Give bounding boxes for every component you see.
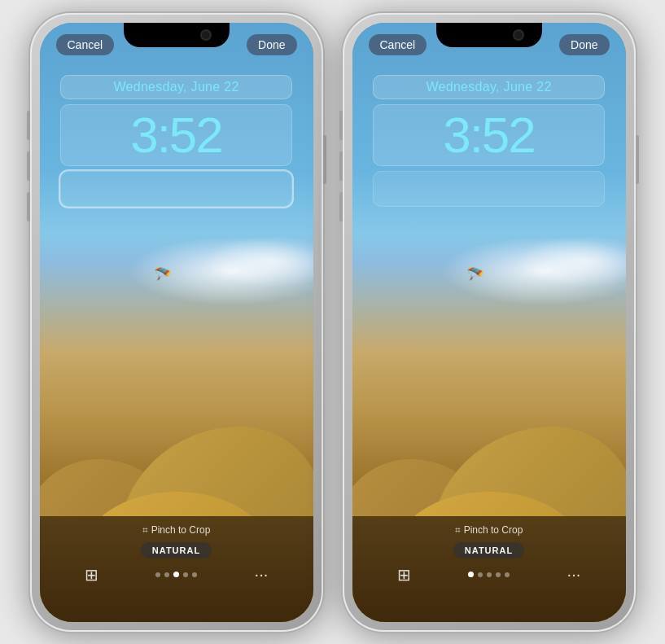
widget-pill-left[interactable] (60, 171, 293, 207)
dot-2-left (173, 572, 179, 577)
bottom-icons-right: ⊞ ··· (352, 565, 626, 585)
bottom-area-left: ⌗ Pinch to Crop NATURAL ⊞ ··· (40, 516, 313, 622)
date-pill-right: Wednesday, June 22 (373, 75, 606, 99)
cancel-button-left[interactable]: Cancel (56, 34, 115, 55)
natural-badge-right[interactable]: NATURAL (453, 542, 524, 559)
widget-pill-right[interactable] (373, 171, 606, 207)
lock-info-right: Wednesday, June 22 3:52 (352, 65, 626, 207)
more-icon-left[interactable]: ··· (255, 565, 269, 584)
dot-4-left (192, 572, 197, 577)
time-pill-left: 3:52 (60, 104, 293, 166)
crop-icon-right: ⌗ (455, 524, 461, 536)
dot-3-right (496, 572, 501, 577)
pinch-label-right: ⌗ Pinch to Crop (455, 524, 523, 536)
more-icon-right[interactable]: ··· (567, 565, 581, 584)
notch-left (124, 23, 230, 47)
gallery-icon-left[interactable]: ⊞ (85, 565, 98, 585)
bottom-icons-left: ⊞ ··· (40, 565, 313, 585)
dot-0-right (468, 572, 474, 577)
date-text-left: Wednesday, June 22 (113, 80, 238, 94)
date-text-right: Wednesday, June 22 (426, 80, 551, 94)
dot-3-left (183, 572, 188, 577)
date-pill-left: Wednesday, June 22 (60, 75, 293, 99)
dot-1-left (164, 572, 169, 577)
dot-indicators-left (155, 572, 197, 577)
dot-indicators-right (468, 572, 510, 577)
screen-left: 🪂 Cancel Done Wednesday, June 22 3:52 (40, 23, 313, 622)
dot-1-right (478, 572, 483, 577)
natural-badge-left[interactable]: NATURAL (141, 542, 212, 559)
time-text-left: 3:52 (130, 107, 222, 163)
done-button-right[interactable]: Done (559, 34, 609, 55)
dot-0-left (155, 572, 160, 577)
lock-info-left: Wednesday, June 22 3:52 (40, 65, 313, 207)
time-text-right: 3:52 (443, 107, 535, 163)
done-button-left[interactable]: Done (247, 34, 296, 55)
phone-left: 🪂 Cancel Done Wednesday, June 22 3:52 (30, 13, 323, 632)
screen-right: 🪂 Cancel Done Wednesday, June 22 3:52 (352, 23, 626, 622)
pinch-label-left: ⌗ Pinch to Crop (142, 524, 211, 536)
phone-right: 🪂 Cancel Done Wednesday, June 22 3:52 (343, 13, 636, 632)
notch-right (436, 23, 542, 47)
time-pill-right: 3:52 (373, 104, 606, 166)
dot-2-right (487, 572, 492, 577)
dot-4-right (505, 572, 510, 577)
bottom-area-right: ⌗ Pinch to Crop NATURAL ⊞ ··· (352, 516, 626, 622)
gallery-icon-right[interactable]: ⊞ (397, 565, 411, 585)
crop-icon-left: ⌗ (142, 524, 148, 536)
cancel-button-right[interactable]: Cancel (369, 34, 427, 55)
